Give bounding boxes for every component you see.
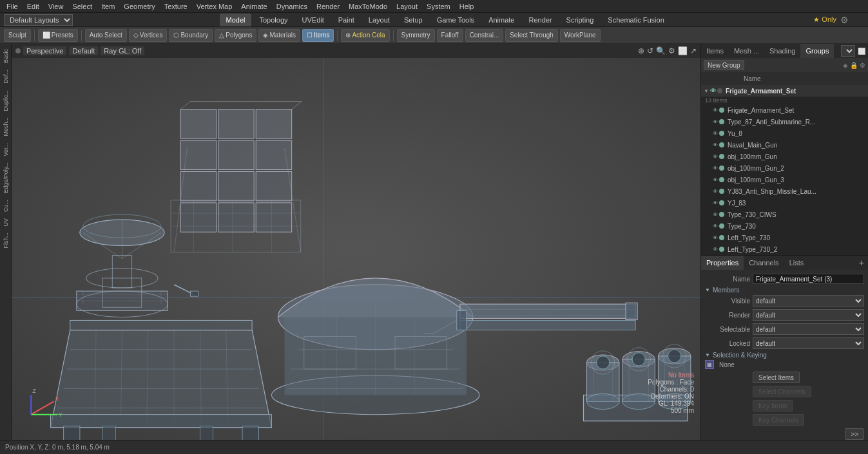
sculpt-button[interactable]: Sculpt (4, 29, 31, 42)
tree-eye-3[interactable]: 👁 (713, 142, 718, 148)
menu-layout[interactable]: Layout (392, 1, 421, 12)
sidebar-tab-cu[interactable]: Cu... (1, 197, 10, 214)
prop-selectable-select[interactable]: default (753, 323, 864, 335)
sidebar-tab-fish[interactable]: Fish... (1, 230, 10, 251)
prop-name-input[interactable] (753, 274, 864, 284)
prop-visible-select[interactable]: default (753, 295, 864, 307)
menu-vertex-map[interactable]: Vertex Map (193, 1, 236, 12)
tab-uvedit[interactable]: UVEdit (296, 14, 331, 26)
polygons-button[interactable]: △ Polygons (215, 29, 256, 42)
tree-eye-7[interactable]: 👁 (713, 189, 718, 194)
items-button[interactable]: ☐ Items (302, 29, 334, 42)
members-arrow-icon[interactable]: ▼ (705, 287, 710, 293)
select-channels-button[interactable]: Select Channels (753, 386, 811, 397)
tree-item-6[interactable]: 👁 obj_100mm_Gun_3 (701, 174, 868, 185)
groups-tree[interactable]: ▼ 👁 Frigate_Armament_Set 13 Items 👁 Frig… (701, 85, 868, 255)
workplane-button[interactable]: WorkPlane (560, 29, 601, 42)
tree-item-10[interactable]: 👁 Type_730 (701, 220, 868, 232)
arrow-button[interactable]: >> (845, 428, 864, 440)
prop-render-select[interactable]: default (753, 309, 864, 321)
tab-lists[interactable]: Lists (784, 256, 809, 270)
menu-help[interactable]: Help (456, 1, 478, 12)
tree-item-3[interactable]: 👁 Naval_Main_Gun (701, 139, 868, 151)
menu-maxtomodo[interactable]: MaxToModo (345, 1, 391, 12)
tree-eye-9[interactable]: 👁 (713, 212, 718, 218)
menu-geometry[interactable]: Geometry (120, 1, 159, 12)
materials-button[interactable]: ◈ Materials (258, 29, 300, 42)
menu-render[interactable]: Render (313, 1, 343, 12)
sidebar-tab-basic[interactable]: Basic (1, 46, 10, 66)
tab-animate[interactable]: Animate (482, 14, 521, 26)
tab-properties[interactable]: Properties (701, 256, 744, 270)
falloff-button[interactable]: Falloff (437, 29, 463, 42)
tree-item-7[interactable]: 👁 YJ83_Anti_Ship_Missile_Lau... (701, 185, 868, 197)
tab-model[interactable]: Model (220, 14, 252, 26)
tree-item-1[interactable]: 👁 Type_87_Anti_Submarine_R... (701, 116, 868, 128)
sidebar-tab-mesh[interactable]: Mesh... (1, 115, 10, 139)
tab-topology[interactable]: Topology (253, 14, 294, 26)
sidebar-tab-uv[interactable]: UV (1, 216, 10, 229)
sidebar-tab-edge-poly[interactable]: Edge/Poly... (1, 160, 10, 196)
menu-edit[interactable]: Edit (23, 1, 43, 12)
scene-canvas[interactable]: X Y Z No Items Polygons : Face Channels:… (12, 58, 700, 440)
settings-icon[interactable]: ⚙ (840, 15, 849, 25)
tree-eye-11[interactable]: 👁 (713, 235, 718, 241)
new-group-button[interactable]: New Group (704, 60, 744, 70)
tree-visibility-eye[interactable]: 👁 (710, 88, 716, 94)
tree-eye-12[interactable]: 👁 (713, 247, 718, 252)
tree-eye-4[interactable]: 👁 (713, 154, 718, 160)
symmetry-button[interactable]: Symmetry (397, 29, 435, 42)
tab-mesh[interactable]: Mesh ... (729, 44, 764, 58)
tree-item-12[interactable]: 👁 Left_Type_730_2 (701, 243, 868, 255)
tree-item-5[interactable]: 👁 obj_100mm_Gun_2 (701, 162, 868, 174)
viewport-perspective[interactable]: Perspective (23, 46, 66, 55)
viewport-transform-icon[interactable]: ⊕ (638, 46, 644, 55)
groups-view-select[interactable] (841, 45, 855, 57)
tab-render[interactable]: Render (522, 14, 558, 26)
selection-arrow-icon[interactable]: ▼ (705, 352, 710, 358)
viewport-fullscreen-icon[interactable]: ↗ (690, 46, 697, 55)
tree-item-0[interactable]: 👁 Frigate_Armament_Set (701, 104, 868, 116)
tree-group-header[interactable]: ▼ 👁 Frigate_Armament_Set (701, 85, 868, 97)
viewport-default[interactable]: Default (69, 46, 98, 55)
tab-shading[interactable]: Shading (764, 44, 800, 58)
viewport-settings-icon[interactable]: ⚙ (668, 46, 675, 55)
tree-eye-5[interactable]: 👁 (713, 166, 718, 171)
viewport-area[interactable]: Perspective Default Ray GL: Off ⊕ ↺ 🔍 ⚙ … (12, 44, 700, 440)
tree-item-11[interactable]: 👁 Left_Type_730 (701, 232, 868, 243)
select-items-button[interactable]: Select Items (753, 372, 800, 383)
menu-animate[interactable]: Animate (237, 1, 271, 12)
tree-eye-2[interactable]: 👁 (713, 131, 718, 137)
tab-schematic-fusion[interactable]: Schematic Fusion (601, 14, 670, 26)
tree-item-2[interactable]: 👁 Yu_8 (701, 128, 868, 139)
key-channels-button[interactable]: Key Channels (753, 414, 804, 426)
sidebar-tab-ver[interactable]: Ver... (1, 140, 10, 159)
tree-item-8[interactable]: 👁 YJ_83 (701, 197, 868, 209)
tree-eye-0[interactable]: 👁 (713, 108, 718, 113)
select-through-button[interactable]: Select Through (505, 29, 558, 42)
menu-dynamics[interactable]: Dynamics (273, 1, 311, 12)
tree-item-9[interactable]: 👁 Type_730_CIWS (701, 209, 868, 220)
viewport-expand-icon[interactable]: ⬜ (678, 46, 688, 55)
tab-paint[interactable]: Paint (332, 14, 361, 26)
tree-eye-1[interactable]: 👁 (713, 119, 718, 125)
menu-select[interactable]: Select (68, 1, 96, 12)
tab-layout[interactable]: Layout (362, 14, 396, 26)
prop-locked-select[interactable]: default (753, 337, 864, 349)
action-center-button[interactable]: ⊕ Action Cela (341, 29, 389, 42)
sidebar-tab-def[interactable]: Def... (1, 67, 10, 86)
tab-channels[interactable]: Channels (744, 256, 784, 270)
presets-button[interactable]: ⬜ Presets (38, 29, 78, 42)
tab-items[interactable]: Items (701, 44, 729, 58)
tree-eye-6[interactable]: 👁 (713, 177, 718, 183)
boundary-button[interactable]: ⬡ Boundary (169, 29, 213, 42)
tree-eye-8[interactable]: 👁 (713, 200, 718, 206)
props-tab-add[interactable]: + (855, 258, 868, 268)
menu-view[interactable]: View (44, 1, 68, 12)
tree-item-4[interactable]: 👁 obj_100mm_Gun (701, 151, 868, 162)
viewport-refresh-icon[interactable]: ↺ (647, 46, 653, 55)
sidebar-tab-duplic[interactable]: Duplic... (1, 88, 10, 114)
tab-game-tools[interactable]: Game Tools (430, 14, 481, 26)
menu-system[interactable]: System (423, 1, 454, 12)
menu-texture[interactable]: Texture (160, 1, 191, 12)
